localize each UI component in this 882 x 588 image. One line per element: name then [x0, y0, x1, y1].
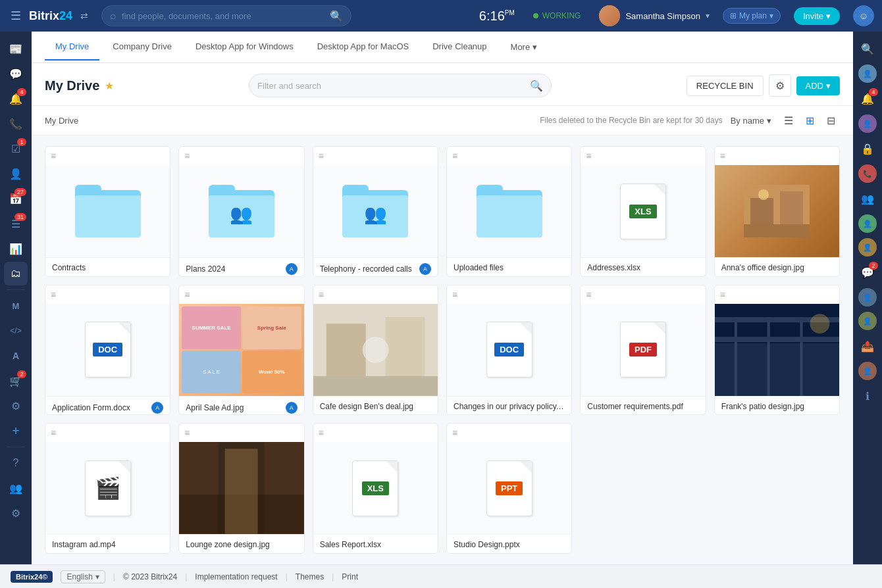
- card-menu-icon[interactable]: ≡: [184, 428, 190, 438]
- refresh-icon[interactable]: ⇄: [80, 11, 88, 21]
- footer-implementation-link[interactable]: Implementation request: [195, 572, 277, 581]
- card-menu-icon[interactable]: ≡: [452, 151, 457, 161]
- card-menu-icon[interactable]: ≡: [319, 428, 324, 438]
- right-team-icon[interactable]: 👥: [856, 187, 879, 210]
- right-avatar-7[interactable]: 👤: [858, 312, 877, 330]
- card-menu-icon[interactable]: ≡: [452, 289, 457, 300]
- sort-by-selector[interactable]: By name ▾: [731, 116, 771, 126]
- card-menu-icon[interactable]: ≡: [319, 151, 324, 161]
- tab-more[interactable]: More ▾: [500, 34, 548, 60]
- breadcrumb[interactable]: My Drive: [45, 116, 78, 126]
- tab-drive-cleanup[interactable]: Drive Cleanup: [422, 34, 497, 61]
- svg-rect-14: [800, 317, 802, 396]
- card-menu-icon[interactable]: ≡: [452, 428, 457, 438]
- hamburger-icon[interactable]: ☰: [8, 6, 24, 26]
- file-card-uploaded[interactable]: ≡ Uploaded files: [446, 146, 572, 277]
- sidebar-item-contacts[interactable]: 👤: [4, 162, 28, 185]
- view-grid-large-button[interactable]: ⊟: [821, 111, 840, 130]
- file-card-studio[interactable]: ≡ PPT Studio Design.pptx: [446, 423, 572, 554]
- file-card-plans2024[interactable]: ≡ 👥 Plans 2024 A: [178, 146, 304, 277]
- right-info-icon[interactable]: ℹ: [856, 384, 879, 408]
- sidebar-item-help[interactable]: ?: [4, 451, 28, 475]
- view-list-button[interactable]: ☰: [779, 111, 798, 130]
- sidebar-item-sites[interactable]: M: [4, 294, 28, 318]
- right-icon-misc[interactable]: 💬2: [856, 260, 879, 284]
- card-menu-icon[interactable]: ≡: [184, 289, 190, 300]
- file-card-addresses[interactable]: ≡ XLS Addresses.xlsx: [580, 146, 706, 277]
- svg-rect-12: [735, 317, 737, 396]
- search-submit-icon[interactable]: 🔍: [330, 10, 343, 22]
- tab-company-drive[interactable]: Company Drive: [102, 34, 182, 61]
- sidebar-item-phone[interactable]: 📞: [4, 112, 28, 135]
- sidebar-item-crm[interactable]: 📊: [4, 237, 28, 260]
- sidebar-item-user-mgmt[interactable]: A: [4, 344, 28, 368]
- plan-button[interactable]: ⊞ My plan ▾: [723, 8, 781, 24]
- right-lock-icon[interactable]: 🔒: [856, 137, 879, 160]
- drive-settings-button[interactable]: ⚙: [769, 74, 791, 97]
- sidebar-item-add[interactable]: +: [4, 419, 28, 443]
- user-profile[interactable]: Samantha Simpson ▾: [599, 5, 709, 26]
- card-menu-icon[interactable]: ≡: [51, 428, 56, 438]
- star-icon[interactable]: ★: [105, 80, 114, 92]
- sidebar-item-settings[interactable]: ⚙: [4, 394, 28, 418]
- invite-button[interactable]: Invite ▾: [794, 7, 840, 25]
- file-card-anna-office[interactable]: ≡ Anna's office design.jpg: [714, 146, 840, 277]
- card-menu-icon[interactable]: ≡: [586, 151, 591, 161]
- right-search-icon[interactable]: 🔍: [856, 37, 879, 61]
- footer-language-selector[interactable]: English ▾: [61, 570, 105, 583]
- drive-search-box[interactable]: 🔍: [249, 74, 552, 97]
- sidebar-item-cart[interactable]: 🛒2: [4, 369, 28, 393]
- view-grid-small-button[interactable]: ⊞: [800, 111, 819, 130]
- sidebar-item-checklist[interactable]: ☰31: [4, 212, 28, 235]
- card-menu-icon[interactable]: ≡: [586, 289, 591, 300]
- sidebar-item-chat[interactable]: 💬: [4, 62, 28, 86]
- file-card-instagram[interactable]: ≡ 🎬 Instagram ad.mp4: [45, 423, 170, 554]
- file-card-app-form[interactable]: ≡ DOC Application Form.docx A: [45, 285, 170, 416]
- right-avatar-5[interactable]: 👤: [858, 238, 877, 257]
- card-menu-icon[interactable]: ≡: [51, 151, 56, 161]
- card-menu-icon[interactable]: ≡: [319, 289, 324, 300]
- working-status[interactable]: WORKING: [533, 11, 581, 20]
- footer-print-link[interactable]: Print: [342, 572, 358, 581]
- file-card-cafe-design[interactable]: ≡ Cafe design Ben's deal.jpg: [313, 285, 438, 416]
- sidebar-item-tasks[interactable]: ☑1: [4, 137, 28, 160]
- right-share-icon[interactable]: 📤: [856, 334, 879, 358]
- tab-desktop-mac[interactable]: Desktop App for MacOS: [307, 34, 419, 61]
- global-search[interactable]: ⌕ 🔍: [101, 5, 351, 26]
- right-notifications-icon[interactable]: 🔔4: [856, 87, 879, 110]
- sidebar-item-calendar[interactable]: 📅27: [4, 187, 28, 210]
- sidebar-item-drive[interactable]: 🗂: [4, 262, 28, 285]
- right-avatar-6[interactable]: 👤: [858, 288, 877, 306]
- right-avatar-8[interactable]: 👤: [858, 362, 877, 380]
- file-card-sales-report[interactable]: ≡ XLS Sales Report.xlsx: [313, 423, 438, 554]
- card-menu-icon[interactable]: ≡: [51, 289, 56, 300]
- user-icon-circle[interactable]: ☺: [853, 5, 874, 26]
- add-button[interactable]: ADD ▾: [796, 76, 840, 95]
- sidebar-item-feed[interactable]: 📰: [4, 37, 28, 61]
- tab-desktop-windows[interactable]: Desktop App for Windows: [185, 34, 304, 61]
- right-avatar-2[interactable]: 👤: [858, 114, 877, 133]
- file-card-telephony[interactable]: ≡ 👥 Telephony - recorded calls A: [313, 146, 438, 277]
- sidebar-item-code[interactable]: </>: [4, 319, 28, 343]
- search-input[interactable]: [122, 11, 324, 21]
- drive-search-input[interactable]: [257, 81, 525, 91]
- right-avatar-3[interactable]: 📞: [858, 164, 877, 183]
- file-card-contracts[interactable]: ≡ Contracts: [45, 146, 170, 277]
- file-card-privacy[interactable]: ≡ DOC Changes in our privacy policy.docx: [446, 285, 572, 416]
- sidebar-item-notifications[interactable]: 🔔4: [4, 87, 28, 110]
- footer-themes-link[interactable]: Themes: [296, 572, 324, 581]
- recycle-bin-button[interactable]: RECYCLE BIN: [687, 76, 764, 96]
- tab-my-drive[interactable]: My Drive: [45, 34, 99, 61]
- sidebar-item-config[interactable]: ⚙: [4, 501, 28, 525]
- right-avatar-4[interactable]: 👤: [858, 214, 877, 233]
- right-avatar-1[interactable]: 👤: [858, 64, 877, 83]
- file-card-customer-req[interactable]: ≡ PDF Customer requirements.pdf: [580, 285, 706, 416]
- file-card-lounge[interactable]: ≡ Lounge zone design.jpg: [178, 423, 304, 554]
- card-menu-icon[interactable]: ≡: [720, 289, 725, 300]
- card-menu-icon[interactable]: ≡: [184, 151, 190, 161]
- footer-logo[interactable]: Bitrix24©: [11, 571, 53, 583]
- file-card-april-sale[interactable]: ≡ SUMMER SALE Spring Sale S A L E Wow! 5…: [178, 285, 304, 416]
- card-menu-icon[interactable]: ≡: [720, 151, 725, 161]
- sidebar-item-people[interactable]: 👥: [4, 476, 28, 500]
- file-card-patio[interactable]: ≡: [714, 285, 840, 416]
